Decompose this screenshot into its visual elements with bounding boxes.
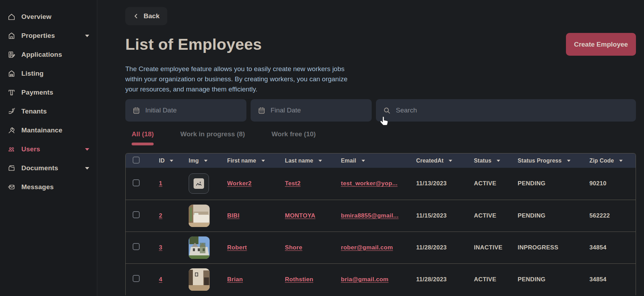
email-link[interactable]: bmira8855@gmail... bbox=[341, 212, 399, 219]
last-name-link[interactable]: Rothstien bbox=[285, 276, 313, 283]
row-checkbox[interactable] bbox=[133, 179, 140, 186]
last-name-link[interactable]: Shore bbox=[285, 244, 302, 251]
created-at-cell: 11/15/2023 bbox=[407, 200, 465, 232]
chevron-left-icon bbox=[133, 13, 139, 19]
table-row: 2 BIBI MONTOYA bmira8855@gmail... 11/15/… bbox=[126, 200, 636, 232]
last-name-link[interactable]: Test2 bbox=[285, 180, 301, 187]
column-header-zip-code: Zip Code bbox=[589, 158, 614, 164]
search-icon bbox=[383, 106, 391, 115]
sidebar-item-tenants[interactable]: Tenants bbox=[0, 102, 97, 121]
sidebar-item-applications[interactable]: Applications bbox=[0, 45, 97, 64]
id-link[interactable]: 1 bbox=[159, 180, 162, 187]
initial-date-input[interactable] bbox=[145, 106, 239, 114]
sort-caret-icon[interactable] bbox=[619, 160, 623, 162]
zip-code-cell: 562222 bbox=[581, 200, 636, 232]
application-icon bbox=[7, 50, 16, 59]
sidebar-item-label: Payments bbox=[21, 89, 53, 96]
sidebar: Overview Properties Applications Listing… bbox=[0, 0, 97, 296]
image-icon bbox=[194, 178, 204, 189]
status-cell: INACTIVE bbox=[465, 232, 509, 263]
status-progress-cell: INPROGRESS bbox=[509, 232, 581, 263]
zip-code-cell: 90210 bbox=[581, 168, 636, 200]
sort-caret-icon[interactable] bbox=[567, 160, 570, 162]
sort-caret-icon[interactable] bbox=[362, 160, 365, 162]
sidebar-item-messages[interactable]: Messages bbox=[0, 178, 97, 197]
first-name-link[interactable]: Worker2 bbox=[227, 180, 252, 187]
sort-caret-icon[interactable] bbox=[318, 160, 322, 162]
chevron-down-icon[interactable] bbox=[85, 35, 89, 37]
sidebar-item-label: Properties bbox=[21, 32, 55, 40]
column-header-img: Img bbox=[189, 158, 199, 164]
building-icon bbox=[7, 31, 16, 40]
sort-caret-icon[interactable] bbox=[204, 160, 208, 162]
column-header-status: Status bbox=[474, 158, 491, 164]
status-cell: ACTIVE bbox=[465, 263, 509, 295]
search-field[interactable] bbox=[376, 99, 636, 122]
sidebar-item-label: Users bbox=[21, 145, 40, 153]
column-header-status-progress: Status Progress bbox=[518, 158, 562, 164]
status-progress-cell: PENDING bbox=[509, 263, 581, 295]
tab-work-in-progress[interactable]: Work in progress (8) bbox=[174, 130, 251, 145]
sidebar-item-label: Applications bbox=[21, 51, 62, 58]
tab-work-free[interactable]: Work free (10) bbox=[265, 130, 322, 145]
select-all-checkbox[interactable] bbox=[133, 157, 140, 164]
id-link[interactable]: 3 bbox=[159, 244, 162, 251]
created-at-cell: 11/28/2023 bbox=[407, 263, 465, 295]
column-header-id: ID bbox=[159, 158, 164, 164]
tab-all[interactable]: All (18) bbox=[125, 130, 160, 145]
id-link[interactable]: 4 bbox=[159, 276, 162, 283]
first-name-link[interactable]: Brian bbox=[227, 276, 243, 283]
sidebar-item-properties[interactable]: Properties bbox=[0, 26, 97, 45]
email-link[interactable]: rober@gmail.com bbox=[341, 244, 393, 251]
search-input[interactable] bbox=[396, 106, 629, 114]
sidebar-item-documents[interactable]: Documents bbox=[0, 159, 97, 178]
last-name-link[interactable]: MONTOYA bbox=[285, 212, 315, 219]
created-at-cell: 11/13/2023 bbox=[407, 168, 465, 200]
initial-date-field[interactable] bbox=[125, 99, 246, 122]
messages-icon bbox=[7, 183, 16, 192]
status-cell: ACTIVE bbox=[465, 200, 509, 232]
employee-photo-interior bbox=[189, 268, 210, 291]
id-link[interactable]: 2 bbox=[159, 212, 162, 219]
row-checkbox[interactable] bbox=[133, 211, 140, 218]
sidebar-item-label: Listing bbox=[21, 70, 44, 77]
sort-caret-icon[interactable] bbox=[170, 160, 173, 162]
final-date-input[interactable] bbox=[271, 106, 365, 114]
first-name-link[interactable]: BIBI bbox=[227, 212, 239, 219]
documents-icon bbox=[7, 164, 16, 173]
employee-photo-bedroom bbox=[189, 205, 210, 227]
chevron-down-icon[interactable] bbox=[85, 167, 89, 170]
final-date-field[interactable] bbox=[251, 99, 372, 122]
table-row: 1 Worker2 Test2 test_worker@yop... 11/13… bbox=[126, 168, 636, 200]
first-name-link[interactable]: Robert bbox=[227, 244, 247, 251]
email-link[interactable]: bria@gmail.com bbox=[341, 276, 388, 283]
row-checkbox[interactable] bbox=[133, 243, 140, 250]
email-link[interactable]: test_worker@yop... bbox=[341, 180, 398, 187]
table-row: 3 Robert Shore rober@gmail.com 11/28/202… bbox=[126, 232, 636, 263]
row-checkbox[interactable] bbox=[133, 275, 140, 282]
tenants-icon bbox=[7, 107, 16, 116]
sidebar-item-listing[interactable]: Listing bbox=[0, 64, 97, 83]
back-button[interactable]: Back bbox=[125, 7, 167, 25]
page-title: List of Employees bbox=[125, 35, 262, 54]
sort-caret-icon[interactable] bbox=[497, 160, 500, 162]
sidebar-item-overview[interactable]: Overview bbox=[0, 7, 97, 26]
sort-caret-icon[interactable] bbox=[449, 160, 452, 162]
column-header-email: Email bbox=[341, 158, 356, 164]
main-content: Back List of Employees Create Employee T… bbox=[97, 0, 644, 296]
sidebar-item-payments[interactable]: Payments bbox=[0, 83, 97, 102]
sort-caret-icon[interactable] bbox=[261, 160, 265, 162]
create-employee-button[interactable]: Create Employee bbox=[566, 33, 636, 56]
status-cell: ACTIVE bbox=[465, 168, 509, 200]
sidebar-item-maintenance[interactable]: Mantainance bbox=[0, 121, 97, 140]
back-button-label: Back bbox=[144, 12, 159, 20]
page-description: The Create employee feature allows you t… bbox=[125, 64, 351, 94]
sidebar-item-label: Overview bbox=[21, 13, 51, 21]
zip-code-cell: 34854 bbox=[581, 232, 636, 263]
listing-icon bbox=[7, 69, 16, 78]
sidebar-item-users[interactable]: Users bbox=[0, 140, 97, 159]
filter-bar bbox=[125, 99, 636, 122]
chevron-down-icon[interactable] bbox=[85, 148, 89, 151]
zip-code-cell: 34854 bbox=[581, 263, 636, 295]
tab-bar: All (18) Work in progress (8) Work free … bbox=[125, 130, 636, 145]
